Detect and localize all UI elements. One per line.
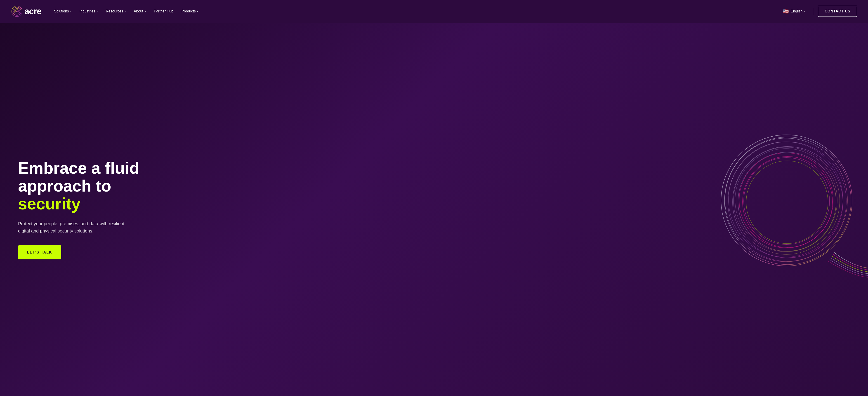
logo-text: acre: [24, 6, 41, 16]
contact-us-button[interactable]: CONTACT US: [818, 6, 857, 17]
svg-point-6: [724, 137, 851, 265]
svg-point-14: [739, 153, 833, 248]
hero-subtitle: Protect your people, premises, and data …: [18, 220, 135, 235]
hero-circle-svg: [710, 121, 868, 298]
nav-item-about[interactable]: About ▾: [130, 7, 149, 15]
language-selector[interactable]: 🇺🇸 English ▾: [779, 6, 809, 16]
hero-section: Embrace a fluid approach to security Pro…: [0, 23, 868, 396]
partner-hub-label: Partner Hub: [154, 9, 174, 13]
nav-item-solutions[interactable]: Solutions ▾: [51, 7, 75, 15]
solutions-chevron-icon: ▾: [70, 10, 71, 13]
resources-chevron-icon: ▾: [125, 10, 126, 13]
svg-point-8: [728, 142, 846, 261]
svg-point-13: [738, 152, 836, 251]
nav-divider: [813, 8, 813, 15]
about-chevron-icon: ▾: [145, 10, 146, 13]
svg-point-7: [725, 138, 847, 262]
solutions-label: Solutions: [54, 9, 69, 13]
svg-point-10: [733, 147, 843, 258]
svg-point-17: [746, 161, 828, 244]
hero-content: Embrace a fluid approach to security Pro…: [18, 159, 172, 260]
svg-point-5: [721, 135, 852, 266]
logo-link[interactable]: acre: [11, 5, 41, 18]
lets-talk-button[interactable]: LET'S TALK: [18, 245, 61, 260]
svg-point-9: [728, 142, 843, 257]
about-label: About: [134, 9, 143, 13]
flag-icon: 🇺🇸: [782, 8, 789, 14]
svg-point-11: [734, 147, 840, 254]
nav-links: Solutions ▾ Industries ▾ Resources ▾ Abo…: [51, 7, 779, 15]
nav-item-resources[interactable]: Resources ▾: [102, 7, 129, 15]
nav-right: 🇺🇸 English ▾ CONTACT US: [779, 6, 857, 17]
nav-item-products[interactable]: Products ▾: [178, 7, 202, 15]
hero-title: Embrace a fluid approach to security: [18, 159, 172, 213]
industries-label: Industries: [80, 9, 95, 13]
nav-item-industries[interactable]: Industries ▾: [76, 7, 101, 15]
svg-point-15: [743, 156, 833, 247]
products-label: Products: [182, 9, 196, 13]
svg-point-12: [735, 149, 837, 252]
svg-point-4: [16, 11, 18, 12]
svg-point-16: [744, 158, 830, 244]
logo-icon: [11, 5, 23, 18]
hero-title-line1: Embrace a fluid: [18, 159, 139, 177]
nav-item-partner-hub[interactable]: Partner Hub: [150, 7, 177, 15]
hero-title-line2: approach to: [18, 177, 111, 195]
resources-label: Resources: [106, 9, 123, 13]
language-label: English: [791, 9, 802, 13]
products-chevron-icon: ▾: [197, 10, 198, 13]
hero-title-accent: security: [18, 195, 81, 213]
language-chevron-icon: ▾: [804, 10, 805, 13]
industries-chevron-icon: ▾: [96, 10, 98, 13]
hero-visual: [710, 121, 868, 298]
navbar: acre Solutions ▾ Industries ▾ Resources …: [0, 0, 868, 23]
